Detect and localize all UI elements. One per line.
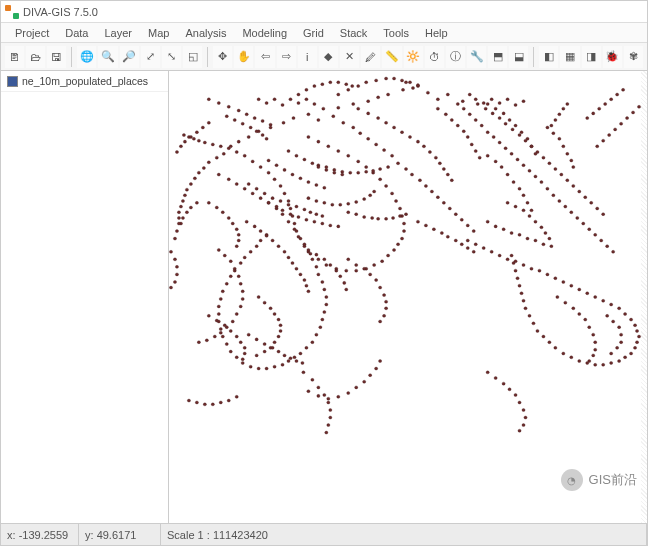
svg-point-279 — [279, 329, 282, 332]
svg-point-269 — [299, 273, 302, 276]
svg-point-598 — [466, 247, 469, 250]
toolbar-button-17[interactable]: ✕ — [340, 46, 359, 68]
toolbar-button-22[interactable]: ⓘ — [446, 46, 465, 68]
svg-point-534 — [301, 361, 304, 364]
toolbar-button-21[interactable]: ⏱ — [425, 46, 444, 68]
toolbar-button-5[interactable]: 🔍 — [98, 46, 117, 68]
svg-point-159 — [257, 367, 260, 370]
svg-point-381 — [355, 386, 358, 389]
toolbar-button-20[interactable]: 🔆 — [404, 46, 423, 68]
svg-point-156 — [281, 363, 284, 366]
svg-point-633 — [305, 88, 308, 91]
svg-point-147 — [323, 311, 326, 314]
toolbar-button-0[interactable]: 🖹 — [5, 46, 24, 68]
svg-point-526 — [247, 333, 250, 336]
menu-stack[interactable]: Stack — [332, 25, 376, 41]
toolbar-button-14[interactable]: ⇨ — [277, 46, 296, 68]
svg-point-371 — [175, 273, 178, 276]
toolbar-button-11[interactable]: ✥ — [213, 46, 232, 68]
resize-handle[interactable] — [641, 71, 647, 523]
svg-point-460 — [486, 220, 489, 223]
svg-point-614 — [243, 352, 246, 355]
toolbar-button-27[interactable]: ◧ — [539, 46, 558, 68]
toolbar-button-6[interactable]: 🔎 — [120, 46, 139, 68]
svg-point-592 — [424, 224, 427, 227]
svg-point-419 — [556, 295, 559, 298]
svg-point-16 — [317, 118, 320, 121]
svg-point-402 — [524, 416, 527, 419]
menu-help[interactable]: Help — [417, 25, 456, 41]
toolbar-button-28[interactable]: ▦ — [560, 46, 579, 68]
svg-point-384 — [375, 367, 378, 370]
svg-point-436 — [383, 294, 386, 297]
toolbar-button-4[interactable]: 🌐 — [77, 46, 96, 68]
menu-layer[interactable]: Layer — [97, 25, 141, 41]
toolbar-button-30[interactable]: 🐞 — [603, 46, 622, 68]
svg-point-22 — [484, 107, 487, 110]
svg-point-250 — [263, 192, 266, 195]
toolbar-button-7[interactable]: ⤢ — [141, 46, 160, 68]
svg-point-554 — [620, 333, 623, 336]
svg-point-522 — [299, 177, 302, 180]
svg-point-555 — [620, 341, 623, 344]
svg-point-399 — [514, 393, 517, 396]
svg-point-550 — [173, 237, 176, 240]
svg-point-228 — [516, 277, 519, 280]
menu-modeling[interactable]: Modeling — [234, 25, 295, 41]
toolbar-button-25[interactable]: ⬓ — [509, 46, 528, 68]
toolbar-button-13[interactable]: ⇦ — [255, 46, 274, 68]
svg-point-220 — [542, 335, 545, 338]
svg-point-227 — [518, 284, 521, 287]
svg-point-569 — [323, 258, 326, 261]
svg-point-185 — [498, 254, 501, 257]
menu-data[interactable]: Data — [57, 25, 96, 41]
layer-checkbox-icon[interactable] — [7, 76, 18, 87]
toolbar-button-23[interactable]: 🔧 — [467, 46, 486, 68]
svg-point-215 — [578, 360, 581, 363]
menu-tools[interactable]: Tools — [375, 25, 417, 41]
svg-point-1 — [386, 93, 389, 96]
toolbar-button-16[interactable]: ◆ — [319, 46, 338, 68]
svg-point-186 — [506, 258, 509, 261]
toolbar-button-24[interactable]: ⬒ — [488, 46, 507, 68]
svg-point-410 — [616, 93, 619, 96]
svg-point-456 — [235, 228, 238, 231]
svg-point-178 — [255, 245, 258, 248]
svg-point-89 — [384, 184, 387, 187]
toolbar-button-12[interactable]: ✋ — [234, 46, 253, 68]
svg-point-213 — [594, 363, 597, 366]
toolbar-button-19[interactable]: 📏 — [382, 46, 401, 68]
svg-point-116 — [283, 192, 286, 195]
svg-point-232 — [217, 173, 220, 176]
map-canvas[interactable]: ◔ GIS前沿 — [169, 71, 647, 523]
toolbar-button-15[interactable]: i — [298, 46, 317, 68]
toolbar-button-18[interactable]: 🖉 — [361, 46, 380, 68]
svg-point-162 — [235, 356, 238, 359]
svg-point-163 — [229, 350, 232, 353]
svg-point-487 — [227, 105, 230, 108]
svg-point-337 — [231, 320, 234, 323]
toolbar-button-1[interactable]: 🗁 — [26, 46, 45, 68]
toolbar-button-2[interactable]: 🖫 — [47, 46, 66, 68]
status-x: x: -139.2559 — [1, 524, 79, 545]
svg-point-88 — [379, 178, 382, 181]
svg-point-225 — [522, 299, 525, 302]
layer-item[interactable]: ne_10m_populated_places — [1, 71, 168, 92]
svg-point-60 — [185, 188, 188, 191]
toolbar-button-31[interactable]: ✾ — [624, 46, 643, 68]
menu-analysis[interactable]: Analysis — [177, 25, 234, 41]
menu-map[interactable]: Map — [140, 25, 177, 41]
toolbar-button-9[interactable]: ◱ — [183, 46, 202, 68]
menu-project[interactable]: Project — [7, 25, 57, 41]
toolbar-button-29[interactable]: ◨ — [582, 46, 601, 68]
svg-point-308 — [594, 233, 597, 236]
svg-point-475 — [235, 395, 238, 398]
svg-point-265 — [283, 250, 286, 253]
svg-point-467 — [542, 243, 545, 246]
svg-point-577 — [363, 215, 366, 218]
menu-grid[interactable]: Grid — [295, 25, 332, 41]
svg-point-458 — [237, 239, 240, 242]
svg-point-636 — [329, 81, 332, 84]
svg-point-72 — [177, 211, 180, 214]
toolbar-button-8[interactable]: ⤡ — [162, 46, 181, 68]
